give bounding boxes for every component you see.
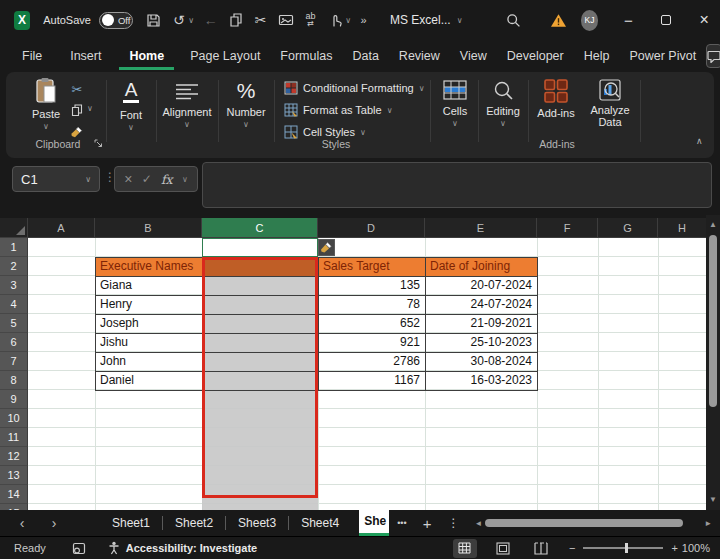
undo-chevron-icon[interactable]: ∨ <box>188 16 194 25</box>
row-header-7[interactable]: 7 <box>0 352 28 371</box>
page-break-view-icon[interactable] <box>529 539 553 558</box>
zoom-in-icon[interactable]: + <box>671 542 677 554</box>
cell-e4[interactable]: 24-07-2024 <box>425 295 537 314</box>
font-menu-button[interactable]: A Font ∨ <box>108 80 154 132</box>
copy-ribbon-icon[interactable] <box>66 101 88 120</box>
minimize-button[interactable]: − <box>616 6 640 34</box>
enter-icon[interactable]: ✓ <box>142 172 152 186</box>
zoom-level[interactable]: 100% <box>682 542 710 554</box>
warning-icon[interactable] <box>546 8 571 32</box>
redo-icon[interactable]: ← <box>198 8 223 32</box>
vertical-scrollbar-thumb[interactable] <box>709 235 717 407</box>
row-header-5[interactable]: 5 <box>0 314 28 333</box>
cell-d5[interactable]: 652 <box>318 314 425 333</box>
zoom-out-icon[interactable]: − <box>569 542 575 554</box>
autosave-toggle[interactable]: Off <box>99 12 133 29</box>
tab-view[interactable]: View <box>450 42 497 70</box>
comments-button[interactable] <box>706 44 720 68</box>
cell-d3[interactable]: 135 <box>318 276 425 295</box>
row-header-10[interactable]: 10 <box>0 409 28 428</box>
tab-review[interactable]: Review <box>389 42 450 70</box>
cut-ribbon-icon[interactable]: ✂ <box>66 80 88 99</box>
normal-view-icon[interactable] <box>453 539 477 558</box>
save-icon[interactable] <box>141 8 166 32</box>
sheet-tab-sheet2[interactable]: Sheet2 <box>163 510 225 536</box>
cell-d6[interactable]: 921 <box>318 333 425 352</box>
add-sheet-icon[interactable]: + <box>415 515 440 532</box>
insert-function-icon[interactable]: fx <box>161 172 173 187</box>
col-header-h[interactable]: H <box>658 218 706 238</box>
tab-home[interactable]: Home <box>119 42 174 70</box>
editing-menu-button[interactable]: Editing ∨ <box>480 80 526 128</box>
col-header-e[interactable]: E <box>425 218 537 238</box>
cell-e3[interactable]: 20-07-2024 <box>425 276 537 295</box>
tab-page-layout[interactable]: Page Layout <box>180 42 270 70</box>
sheet-tab-sheet3[interactable]: Sheet3 <box>226 510 288 536</box>
alignment-menu-button[interactable]: Alignment ∨ <box>158 80 216 129</box>
number-menu-button[interactable]: % Number ∨ <box>220 78 272 129</box>
cell-e8[interactable]: 16-03-2023 <box>425 371 537 390</box>
cell-b6[interactable]: Jishu <box>95 333 202 352</box>
row-header-11[interactable]: 11 <box>0 428 28 447</box>
tab-insert[interactable]: Insert <box>60 42 111 70</box>
accessibility-icon[interactable] <box>108 541 120 555</box>
row-header-9[interactable]: 9 <box>0 390 28 409</box>
horizontal-scrollbar-thumb[interactable] <box>485 519 683 527</box>
sheet-tab-active[interactable]: She <box>359 510 389 536</box>
macro-record-icon[interactable] <box>72 542 86 555</box>
col-header-d[interactable]: D <box>318 218 425 238</box>
col-header-c[interactable]: C <box>202 218 318 238</box>
cell-d4[interactable]: 78 <box>318 295 425 314</box>
horizontal-scrollbar[interactable]: ◄ ► <box>471 519 715 528</box>
row-header-2[interactable]: 2 <box>0 257 28 276</box>
col-header-g[interactable]: G <box>598 218 658 238</box>
sheet-tab-sheet1[interactable]: Sheet1 <box>100 510 162 536</box>
column-c-selection[interactable] <box>202 276 318 510</box>
row-header-14[interactable]: 14 <box>0 485 28 504</box>
cell-d7[interactable]: 2786 <box>318 352 425 371</box>
cell-b5[interactable]: Joseph <box>95 314 202 333</box>
cancel-icon[interactable]: × <box>124 171 132 187</box>
cell-d2[interactable]: Sales Target <box>318 257 425 276</box>
scroll-right-icon[interactable]: ► <box>701 519 715 528</box>
cell-e2[interactable]: Date of Joining <box>425 257 537 276</box>
row-header-8[interactable]: 8 <box>0 371 28 390</box>
sheet-nav-right-icon[interactable]: › <box>42 515 66 531</box>
cell-b8[interactable]: Daniel <box>95 371 202 390</box>
paste-button[interactable]: Paste ∨ <box>20 77 72 131</box>
copy-chevron-icon[interactable]: ∨ <box>87 104 93 113</box>
title-chevron-icon[interactable]: ∨ <box>457 16 463 25</box>
scroll-up-icon[interactable]: ▲ <box>706 220 720 229</box>
sheet-options-icon[interactable]: ⋮ <box>439 516 467 530</box>
cells-menu-button[interactable]: Cells ∨ <box>434 80 476 128</box>
find-replace-icon[interactable]: ab ⇄ <box>298 8 323 32</box>
format-as-table-button[interactable]: Format as Table ∨ <box>284 100 393 120</box>
maximize-button[interactable] <box>654 6 678 34</box>
scroll-down-icon[interactable]: ▼ <box>706 495 720 504</box>
vertical-scrollbar[interactable]: ▲ ▼ <box>706 215 720 510</box>
cell-e6[interactable]: 25-10-2023 <box>425 333 537 352</box>
tab-developer[interactable]: Developer <box>497 42 574 70</box>
col-header-b[interactable]: B <box>95 218 202 238</box>
fx-chevron-icon[interactable]: ∨ <box>182 175 188 184</box>
cell-b3[interactable]: Giana <box>95 276 202 295</box>
cut-icon[interactable]: ✂ <box>248 8 273 32</box>
row-header-6[interactable]: 6 <box>0 333 28 352</box>
sheet-tab-sheet4[interactable]: Sheet4 <box>289 510 351 536</box>
tab-power-pivot[interactable]: Power Pivot <box>619 42 706 70</box>
cell-e5[interactable]: 21-09-2021 <box>425 314 537 333</box>
sheet-nav-left-icon[interactable]: ‹ <box>10 515 34 531</box>
clipboard-dialog-launcher-icon[interactable] <box>94 139 103 148</box>
cell-d8[interactable]: 1167 <box>318 371 425 390</box>
row-header-13[interactable]: 13 <box>0 466 28 485</box>
user-avatar[interactable]: KJ <box>581 10 599 31</box>
accessibility-status[interactable]: Accessibility: Investigate <box>126 542 257 554</box>
select-all-corner[interactable] <box>0 218 28 238</box>
analyze-data-button[interactable]: Analyze Data <box>584 78 636 128</box>
zoom-slider[interactable] <box>583 547 663 549</box>
cell-c2-selected[interactable] <box>202 257 318 276</box>
tab-data[interactable]: Data <box>342 42 388 70</box>
scroll-left-icon[interactable]: ◄ <box>471 519 485 528</box>
close-button[interactable]: × <box>692 6 716 34</box>
qat-overflow-icon[interactable]: » <box>351 8 376 32</box>
